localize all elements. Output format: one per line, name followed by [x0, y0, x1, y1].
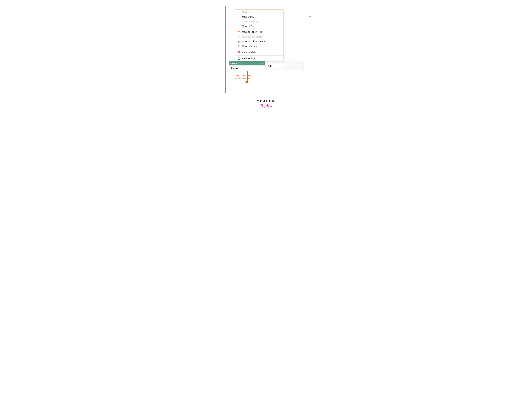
- menu-item-move-col-labels[interactable]: ▯▯▯ Move to Column Labels: [235, 39, 283, 44]
- menu-item-field-settings[interactable]: Field Settings...: [235, 56, 283, 61]
- pivot-field-product[interactable]: Product: [230, 66, 264, 70]
- pivot-field-sales[interactable]: Sales ▼: [266, 64, 285, 68]
- pivot-col-left: Reseller ▼ Product: [229, 62, 265, 71]
- svg-rect-4: [238, 59, 240, 60]
- menu-item-move-end[interactable]: Move to End: [235, 24, 283, 29]
- logo-container: SCALER Topics: [257, 99, 275, 108]
- arrow-head: [245, 81, 248, 83]
- x-icon: ✕: [237, 51, 241, 54]
- main-container: Move Up Move Down Move to Beginning Move…: [225, 6, 307, 93]
- menu-item-move-values[interactable]: Σ Move to Values: [235, 44, 283, 49]
- menu-item-move-row-labels[interactable]: ≡ Move to Row Labels: [235, 34, 283, 39]
- logo-topics: Topics: [260, 103, 272, 108]
- sales-dropdown-arrow[interactable]: ▼: [282, 65, 283, 67]
- filter-icon: ▼: [237, 31, 241, 33]
- settings-icon: [237, 57, 241, 60]
- reseller-dropdown-arrow[interactable]: ▼: [261, 62, 263, 64]
- cols-icon: ▯▯▯: [237, 40, 241, 43]
- pivot-row-labels: Reseller ▼ Product Sales ▼: [229, 62, 303, 71]
- annotation-text: Click on the filed to see the options.: [235, 74, 252, 80]
- logo-scaler: SCALER: [257, 99, 275, 103]
- pivot-col-right: Sales ▼: [265, 62, 303, 71]
- menu-item-move-down[interactable]: Move Down: [235, 14, 283, 19]
- separator-1: [235, 29, 283, 29]
- sigma-icon: Σ: [237, 45, 241, 48]
- separator-3: [235, 56, 283, 56]
- menu-item-remove-field[interactable]: ✕ Remove Field: [235, 50, 283, 55]
- menu-item-move-up[interactable]: Move Up: [235, 10, 283, 14]
- rows-icon: ≡: [237, 36, 241, 38]
- pivot-area: Reseller ▼ Product Sales ▼: [229, 61, 304, 71]
- menu-item-move-report-filter[interactable]: ▼ Move to Report Filter: [235, 29, 283, 34]
- svg-point-1: [239, 58, 239, 58]
- separator-2: [235, 49, 283, 49]
- arrow-annotation: Click on the filed to see the options.: [235, 71, 307, 83]
- menu-item-move-beginning[interactable]: Move to Beginning: [235, 19, 283, 24]
- pivot-field-reseller[interactable]: Reseller ▼: [229, 62, 265, 66]
- ns-label: NS: [308, 15, 311, 18]
- context-menu: Move Up Move Down Move to Beginning Move…: [235, 10, 284, 61]
